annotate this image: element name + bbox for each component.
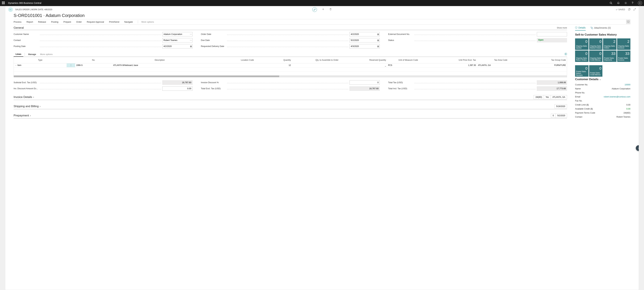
svg-point-2 (626, 3, 626, 3)
avatar[interactable]: IK (638, 1, 642, 5)
app-name: Dynamics 365 Business Central (8, 2, 41, 4)
search-icon[interactable] (610, 2, 612, 4)
help-icon[interactable]: ? (632, 2, 633, 4)
topbar: Dynamics 365 Business Central ? IK (0, 0, 644, 6)
bell-icon[interactable] (617, 2, 620, 4)
app-launcher-icon[interactable] (2, 2, 5, 4)
svg-line-1 (612, 4, 612, 4)
gear-icon[interactable] (624, 2, 627, 4)
svg-point-0 (610, 2, 612, 4)
